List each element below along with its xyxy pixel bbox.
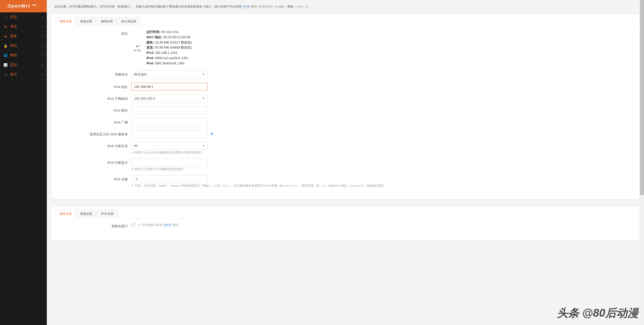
status-block: ⇄ br-lan 运行时间: 0h 21m 41s MAC 地址: 00:15:… <box>131 29 634 66</box>
tab-dhcp-ipv6[interactable]: IPv6 设置 <box>97 210 117 218</box>
dhcp-panel: 基本设置 高级设置 IPv6 设置 忽略此接口 不在此接口提供 DHCP 服务。 <box>51 207 639 240</box>
ipv4-broadcast-input[interactable] <box>131 118 208 126</box>
chevron-right-icon: › <box>42 25 43 29</box>
watermark: 头条 @80后动漫 <box>557 306 638 320</box>
chevron-right-icon: › <box>42 44 43 48</box>
scrollbar[interactable] <box>640 0 644 325</box>
ignore-checkbox[interactable] <box>131 223 135 227</box>
lock-icon: 🔒 <box>4 44 8 48</box>
sidebar-item-network[interactable]: 🌐 网络 › <box>0 51 47 60</box>
sidebar-item-label: 状态 <box>10 15 17 19</box>
ipv4-mask-select[interactable]: 255.255.255.0 ▼ <box>131 95 208 102</box>
main-content: 在此页面，您可以配置网络接口。您可以勾选「桥接接口」，并输入由空格分隔的多个网络… <box>47 0 644 325</box>
sidebar-item-control[interactable]: 🔒 管控 › <box>0 41 47 51</box>
scrollbar-thumb[interactable] <box>640 0 644 195</box>
protocol-label: 传输协议 <box>56 70 131 77</box>
ignore-help: 不在此接口提供 DHCP 服务。 <box>138 223 182 227</box>
chevron-right-icon: › <box>42 53 43 57</box>
ipv6-hint-help: 将此十六进制子 ID 前缀分配给此接口 <box>131 167 634 171</box>
ipv6-hint-label: IPv6 分配提示 <box>56 158 131 165</box>
sidebar-menu: ⌂ 状态 › ⚙ 系统 › ◈ 服务 › 🔒 管控 › <box>0 12 47 79</box>
dhcp-link[interactable]: DHCP <box>163 223 172 227</box>
interface-name: br-lan <box>134 49 141 52</box>
ipv6-hint-input[interactable] <box>131 158 208 166</box>
brand-logo: OpenWrt ™ <box>0 0 47 12</box>
services-icon: ◈ <box>4 34 8 38</box>
tab-dhcp-basic[interactable]: 基本设置 <box>56 210 75 218</box>
tab-physical[interactable]: 物理设置 <box>97 17 117 26</box>
ipv4-gateway-label: IPv4 网关 <box>56 106 131 113</box>
chevron-right-icon: › <box>42 34 43 38</box>
logout-icon: ↪ <box>4 72 8 76</box>
sidebar: OpenWrt ™ ⌂ 状态 › ⚙ 系统 › ◈ 服务 › 🔒 <box>0 0 47 325</box>
sidebar-item-status[interactable]: ⌂ 状态 › <box>0 12 47 22</box>
dhcp-tabs: 基本设置 高级设置 IPv6 设置 <box>51 207 639 218</box>
tab-dhcp-advanced[interactable]: 高级设置 <box>76 210 96 218</box>
sidebar-item-logout[interactable]: ↪ 退出 › <box>0 70 47 79</box>
globe-icon: 🌐 <box>4 53 8 57</box>
ipv6-length-select[interactable]: 60 ▼ <box>131 142 208 150</box>
sidebar-item-label: 监控 <box>10 63 17 67</box>
sidebar-item-label: 退出 <box>10 72 17 77</box>
ipv4-address-input[interactable] <box>131 83 208 91</box>
ipv6-length-label: IPv6 分配长度 <box>56 142 131 148</box>
sidebar-item-label: 管控 <box>10 44 17 48</box>
chevron-right-icon: › <box>42 15 43 19</box>
interface-panel: 基本设置 高级设置 物理设置 防火墙设置 状态 ⇄ br-lan 运行时间: 0… <box>51 14 639 199</box>
dns-input[interactable] <box>131 130 208 138</box>
status-label: 状态 <box>56 29 131 36</box>
caret-down-icon: ▼ <box>202 73 205 76</box>
status-lines: 运行时间: 0h 21m 41s MAC 地址: 00:15:5D:21:50:… <box>146 29 192 66</box>
ipv4-broadcast-label: IPv4 广播 <box>56 118 131 125</box>
ipv6-suffix-help: 可选，允许的值：'eui64'、'random' 和其他固定值（例如：'::1'… <box>131 184 634 188</box>
chevron-right-icon: › <box>42 63 43 67</box>
tab-advanced[interactable]: 高级设置 <box>76 17 96 26</box>
gear-icon: ⚙ <box>4 25 8 29</box>
sidebar-item-system[interactable]: ⚙ 系统 › <box>0 22 47 31</box>
dns-label: 使用自定义的 DNS 服务器 <box>56 130 131 137</box>
tab-firewall[interactable]: 防火墙设置 <box>118 17 140 26</box>
ipv6-suffix-input[interactable] <box>131 175 208 183</box>
protocol-select[interactable]: 静态地址 ▼ <box>131 70 208 79</box>
page-description: 在此页面，您可以配置网络接口。您可以勾选「桥接接口」，并输入由空格分隔的多个网络… <box>51 0 639 14</box>
sidebar-item-monitor[interactable]: 📊 监控 › <box>0 60 47 70</box>
bridge-icon: ⇄ <box>131 44 143 48</box>
home-icon: ⌂ <box>4 15 8 19</box>
sidebar-item-services[interactable]: ◈ 服务 › <box>0 31 47 41</box>
ipv6-length-help: 将每个公共 IPv6 前缀的给定长度部分分配给此接口 <box>131 151 634 154</box>
add-dns-icon[interactable]: ✚ <box>210 132 214 136</box>
ignore-label: 忽略此接口 <box>56 222 131 228</box>
sidebar-item-label: 网络 <box>10 53 17 58</box>
vlan-link[interactable]: VLAN <box>242 5 250 9</box>
caret-down-icon: ▼ <box>202 144 205 147</box>
caret-down-icon: ▼ <box>202 97 205 100</box>
sidebar-item-label: 服务 <box>10 34 17 38</box>
chevron-right-icon: › <box>42 72 43 76</box>
sidebar-item-label: 系统 <box>10 24 17 29</box>
ipv6-suffix-label: IPv6 后缀 <box>56 175 131 182</box>
tab-basic[interactable]: 基本设置 <box>56 17 75 26</box>
ipv4-gateway-input[interactable] <box>131 106 208 114</box>
tabs: 基本设置 高级设置 物理设置 防火墙设置 <box>51 14 639 26</box>
ipv4-mask-label: IPv4 子网掩码 <box>56 95 131 101</box>
ipv4-address-label: IPv4 地址 <box>56 83 131 89</box>
interface-icon-box: ⇄ br-lan <box>131 44 143 52</box>
chart-icon: 📊 <box>4 63 8 67</box>
